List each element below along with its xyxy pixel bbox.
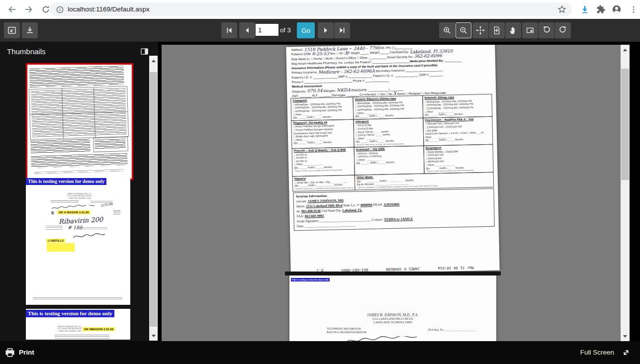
fullscreen-expand-icon[interactable]	[620, 347, 632, 359]
browser-chrome: localhost:1169/Default.aspx	[0, 0, 640, 19]
scroll-up-icon[interactable]	[621, 46, 630, 54]
page-number-input[interactable]	[256, 24, 278, 36]
medication-box: Neupogen®□ SubQ Weekly □ SubQ BIW□ 150mc…	[423, 144, 494, 174]
profile-avatar-icon[interactable]	[611, 3, 623, 15]
rx-symbol: R	[51, 211, 54, 215]
scrollbar-thumb[interactable]	[621, 69, 629, 180]
medication-box-line: Qty ______ Refill x _____ Months	[356, 160, 422, 165]
fit-width-button[interactable]	[472, 22, 488, 38]
stamp-scribble	[113, 210, 120, 215]
back-icon[interactable]	[6, 3, 18, 15]
approval-highlight: OK NMASON 3.31.06	[83, 327, 115, 331]
scroll-down-icon[interactable]	[621, 332, 630, 340]
download-status-icon[interactable]	[579, 3, 591, 15]
label-scribble	[55, 335, 109, 339]
thumbnail-1-preview	[27, 65, 132, 179]
scrollbar-thumb[interactable]	[150, 72, 157, 327]
previous-page-button[interactable]	[239, 22, 255, 38]
document-viewport[interactable]: Address: 1518 Paddock Lane ~ 2440 - 7790…	[162, 45, 621, 341]
first-page-button[interactable]	[221, 22, 237, 38]
thumbnails-scrollbar[interactable]	[149, 56, 158, 341]
print-button[interactable]: Print	[19, 341, 34, 364]
medication-box-line: Qty ______ Refill x _____ Months	[355, 113, 421, 118]
next-page-button[interactable]	[318, 22, 334, 38]
medication-box-line: Qty ______ Refill x _____ Months	[293, 115, 352, 119]
physician-info: hysician Information:ysician: JAMES JOHN…	[293, 188, 495, 231]
scroll-down-icon[interactable]	[149, 332, 158, 340]
page-gap	[285, 272, 501, 275]
medication-box: Procrit® □ Sub Q Weekly □ Sub Q BIW□ 10,…	[292, 147, 355, 177]
handwritten-drug: Ribavirin 200	[59, 216, 103, 226]
thumbnails-panel: Thumbnails This is t	[0, 42, 158, 341]
medication-box: Hepsera□ 10mg Tab □ Sig: 1x day □ Sig __…	[292, 175, 356, 191]
dea-reg-line: DEA Reg. No. ______________________	[428, 328, 475, 331]
address-bar[interactable]: localhost:1169/Default.aspx	[50, 2, 572, 16]
letterhead-contact: TELEPHONE (863) 688-0540 BATCH # CHL2002…	[327, 327, 366, 334]
rotate-counterclockwise-button[interactable]	[539, 22, 554, 38]
medication-box: Infergen®□ 9mcg Q day□ 15mcg Q day□ 9mcg…	[354, 118, 424, 148]
zoom-in-button[interactable]	[439, 22, 455, 38]
medication-box: Rebetol® 200mg caps□ 800mg/Day - 2/200mg…	[422, 94, 492, 118]
handwriting-scribble	[344, 336, 424, 341]
medication-box: Copegus®□ 800mg/Day - 2/200mg AM, 2/200m…	[290, 97, 354, 121]
demo-banner: This is testing version for demo only	[26, 178, 106, 185]
rotate-clockwise-button[interactable]	[555, 22, 571, 38]
medication-box: Generic Ribavirin 200mg caps□ 800mg/Day …	[353, 95, 423, 119]
medication-box: Pegasys®- SQ weekly #4□ Axium Prefilled …	[291, 119, 354, 149]
approval-highlight: OK H MASON 3.31.06	[57, 210, 91, 214]
site-info-icon[interactable]	[54, 3, 66, 15]
refills-highlight-block	[47, 243, 75, 252]
refills-highlight: LI REFILLS	[46, 239, 65, 243]
panel-toggle-icon[interactable]	[138, 46, 150, 57]
print-icon[interactable]	[4, 347, 16, 359]
fax-footer-scribble	[33, 297, 122, 300]
medication-box-line: Qty ______ Refill x _____ Months	[425, 137, 491, 142]
forward-icon[interactable]	[23, 3, 35, 15]
label-scribble	[46, 226, 63, 231]
bookmark-star-icon[interactable]	[556, 3, 568, 15]
url-text[interactable]: localhost:1169/Default.aspx	[68, 5, 150, 13]
thumbnails-panel-title: Thumbnails	[7, 47, 46, 56]
letterhead: JAMES H. JOHNSON, M.D., P.A. 2112 LAKELA…	[289, 313, 496, 325]
thumbnail-page-3[interactable]: This is testing version for demo only JA…	[26, 309, 130, 340]
letterhead-mini: JAMES H. JOHNSON, M.D., P.A. 2112 LAKELA…	[55, 326, 85, 332]
bottom-bar: Print Full Screen	[0, 341, 640, 364]
medication-box-line: Qty ______ Refill x _____ Months	[425, 112, 490, 116]
go-button[interactable]: Go	[297, 22, 315, 38]
scroll-up-icon[interactable]	[149, 57, 158, 65]
signature-scribble	[72, 233, 106, 240]
viewer-content: Thumbnails This is t	[0, 42, 640, 341]
form-header: Address: 1518 Paddock Lane ~ 2440 - 7790…	[291, 45, 493, 98]
fullscreen-button[interactable]: Full Screen	[580, 341, 614, 364]
demo-banner: This is testing version for demo only	[26, 310, 114, 317]
demo-banner: This is testing version for demo only	[291, 278, 330, 281]
medication-box-line: Qty ______ Refill x _____ Months	[293, 140, 352, 145]
medication-grid: Copegus®□ 800mg/Day - 2/200mg AM, 2/200m…	[291, 94, 494, 191]
letterhead-mini: JAMES H. JOHNSON, M.D., P.A. 2112 LAKELA…	[60, 193, 99, 199]
medication-box: Aranesp® □ SQ QWE□ 60mcg □ 100mcg□ 200mc…	[354, 146, 425, 176]
fit-page-button[interactable]	[489, 22, 505, 38]
thumbnail-page-2[interactable]: This is testing version for demo only JA…	[26, 178, 130, 305]
browser-menu-icon[interactable]	[628, 3, 640, 15]
medication-box: Peg-Intron® □ RediPen PAK 4 □ Vial□ 50mc…	[423, 116, 493, 146]
document-page-1: Address: 1518 Paddock Lane ~ 2440 - 7790…	[286, 45, 499, 274]
last-page-button[interactable]	[334, 22, 350, 38]
open-document-button[interactable]	[4, 22, 20, 38]
viewer-toolbar: of 3 Go	[0, 19, 640, 42]
medication-box: Other Meds:Qty: ____________ Refill x __…	[355, 172, 494, 190]
pan-hand-button[interactable]	[505, 22, 521, 38]
note-scribble	[80, 227, 107, 231]
extensions-puzzle-icon[interactable]	[595, 3, 607, 15]
label-scribble	[51, 200, 79, 204]
document-page-2: This is testing version for demo only JA…	[289, 275, 496, 341]
thumbnail-page-1[interactable]	[26, 63, 133, 180]
document-scrollbar[interactable]	[621, 45, 630, 341]
page-count-label: of 3	[280, 19, 291, 42]
zoom-out-button[interactable]	[456, 22, 471, 38]
marquee-zoom-button[interactable]	[522, 22, 538, 38]
save-download-button[interactable]	[22, 22, 38, 38]
